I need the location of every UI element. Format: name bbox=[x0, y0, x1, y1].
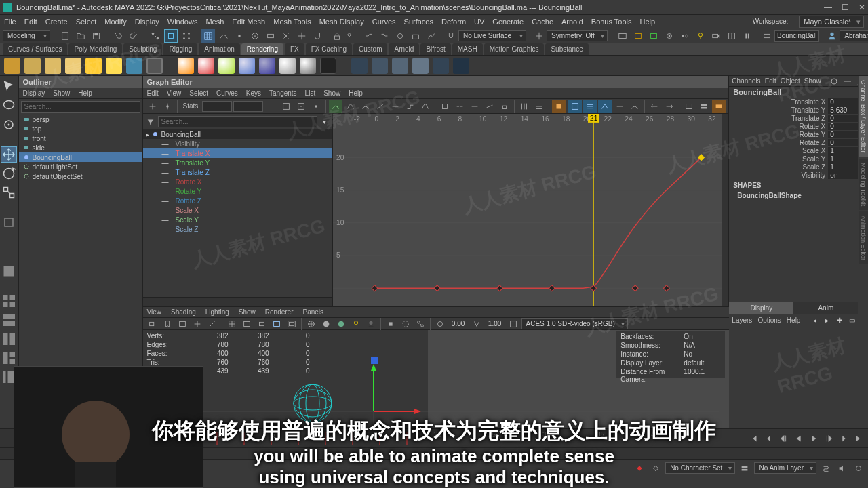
shelf-icon-ramp[interactable] bbox=[300, 58, 316, 74]
ge-open-trax-icon[interactable] bbox=[697, 100, 711, 113]
ge-clamped-icon[interactable] bbox=[359, 100, 372, 113]
ge-right-scrollbar[interactable] bbox=[722, 114, 728, 306]
outliner-item-top[interactable]: top bbox=[19, 124, 142, 134]
cb-rotate-z[interactable]: Rotate Z0 bbox=[729, 138, 858, 146]
display-layers-list[interactable] bbox=[729, 325, 858, 428]
shelf-icon-render4[interactable] bbox=[412, 58, 429, 74]
cb-scale-y[interactable]: Scale Y1 bbox=[729, 155, 858, 163]
ge-break-tangent-icon[interactable] bbox=[453, 100, 467, 113]
cb-menu-object[interactable]: Object bbox=[781, 77, 800, 85]
ge-channel-rx[interactable]: —Rotate X bbox=[143, 177, 332, 186]
ge-menu-keys[interactable]: Keys bbox=[246, 89, 261, 97]
ge-menu-tangents[interactable]: Tangents bbox=[269, 89, 297, 97]
cb-object-name[interactable]: BouncingBall bbox=[729, 87, 858, 98]
symmetry-icon[interactable] bbox=[534, 29, 544, 43]
ge-channel-sy[interactable]: —Scale Y bbox=[143, 215, 332, 224]
select-by-component-icon[interactable] bbox=[180, 29, 193, 43]
pause-icon[interactable] bbox=[741, 29, 754, 43]
ge-stat-frame[interactable] bbox=[202, 101, 232, 112]
sound-icon[interactable] bbox=[835, 462, 849, 475]
cb-translate-z[interactable]: Translate Z0 bbox=[729, 114, 858, 122]
anim-layer-icon[interactable] bbox=[738, 462, 751, 475]
shelf-tab-substance[interactable]: Substance bbox=[545, 43, 588, 55]
shelf-tab-rendering[interactable]: Rendering bbox=[241, 43, 283, 55]
ge-menu-select[interactable]: Select bbox=[189, 89, 208, 97]
outliner-item-persp[interactable]: persp bbox=[19, 115, 142, 124]
vp-lights-icon[interactable] bbox=[349, 317, 363, 331]
ge-normalized-view-icon[interactable] bbox=[598, 100, 612, 113]
menu-file[interactable]: File bbox=[4, 18, 16, 26]
ge-tree-filter-icon[interactable] bbox=[145, 117, 156, 127]
ge-menu-show[interactable]: Show bbox=[323, 89, 340, 97]
live-surface-dropdown[interactable]: No Live Surface bbox=[458, 30, 526, 41]
minimize-button[interactable]: — bbox=[824, 3, 832, 12]
vp-colorspace-dropdown[interactable]: ACES 1.0 SDR-video (sRGB) bbox=[521, 318, 628, 329]
render-settings-icon[interactable] bbox=[663, 29, 676, 43]
bake-icon[interactable] bbox=[409, 29, 422, 43]
lock-icon[interactable] bbox=[332, 29, 342, 43]
cb-scale-x[interactable]: Scale X1 bbox=[729, 146, 858, 155]
shelf-tab-sculpt[interactable]: Sculpting bbox=[123, 43, 162, 55]
cb-sync-icon[interactable] bbox=[829, 77, 839, 86]
viewport-body[interactable]: Verts:3823820 Edges:7807800 Faces:400400… bbox=[143, 330, 730, 428]
hypershade-icon[interactable] bbox=[678, 29, 692, 43]
shelf-tab-poly[interactable]: Poly Modeling bbox=[68, 43, 122, 55]
snap-viewplane-icon[interactable] bbox=[264, 29, 277, 43]
snap-curve-icon[interactable] bbox=[217, 29, 231, 43]
menu-modify[interactable]: Modify bbox=[104, 18, 126, 26]
vp-menu-panels[interactable]: Panels bbox=[303, 308, 324, 316]
graph-materials-icon[interactable] bbox=[393, 29, 407, 43]
vtab-channel-box[interactable]: Channel Box / Layer Editor bbox=[859, 76, 868, 157]
vp-grease-icon[interactable] bbox=[205, 317, 219, 331]
vp-menu-view[interactable]: View bbox=[147, 308, 162, 316]
vp-image-plane-icon[interactable] bbox=[176, 317, 189, 331]
move-tool[interactable] bbox=[1, 146, 17, 163]
snap-magnet-icon[interactable] bbox=[311, 29, 324, 43]
ge-menu-edit[interactable]: Edit bbox=[147, 89, 159, 97]
shelf-tab-mograph[interactable]: Motion Graphics bbox=[484, 43, 545, 55]
ge-free-tangent-icon[interactable] bbox=[483, 100, 496, 113]
menu-select[interactable]: Select bbox=[76, 18, 97, 26]
ge-autotangent-icon[interactable] bbox=[329, 100, 342, 113]
vp-resolution-icon[interactable] bbox=[270, 317, 283, 331]
shelf-tab-curves[interactable]: Curves / Surfaces bbox=[3, 43, 67, 55]
shelf-tab-arnold[interactable]: Arnold bbox=[389, 43, 419, 55]
ge-move-key-icon[interactable] bbox=[146, 100, 159, 113]
dp-move-down-icon[interactable]: ▸ bbox=[824, 315, 831, 325]
ge-post-infinity-icon[interactable] bbox=[663, 100, 676, 113]
ge-absolute-view-icon[interactable] bbox=[568, 100, 582, 113]
magnet-live-icon[interactable] bbox=[446, 29, 456, 43]
vtab-attribute-editor[interactable]: Animation Editor bbox=[859, 211, 868, 264]
ge-renorm-icon[interactable] bbox=[613, 100, 627, 113]
menu-edit[interactable]: Edit bbox=[24, 18, 37, 26]
select-by-name-icon[interactable] bbox=[762, 29, 772, 43]
playback-prefs-icon[interactable] bbox=[852, 462, 865, 475]
ge-curve-toggle-icon[interactable] bbox=[628, 100, 642, 113]
vp-xray-joint-icon[interactable] bbox=[414, 317, 427, 331]
shelf-icon-light6[interactable] bbox=[106, 58, 122, 74]
shelf-tab-fxcaching[interactable]: FX Caching bbox=[306, 43, 352, 55]
menu-display[interactable]: Display bbox=[135, 18, 159, 26]
ge-search-options-icon[interactable]: ▾ bbox=[319, 117, 330, 127]
vp-shadows-icon[interactable] bbox=[364, 317, 378, 331]
vtab-modeling-toolkit[interactable]: Modeling Toolkit bbox=[859, 159, 868, 210]
shelf-icon-light2[interactable] bbox=[24, 58, 41, 74]
single-pane-icon[interactable] bbox=[1, 263, 17, 279]
shelf-icon-render3[interactable] bbox=[392, 58, 408, 74]
ge-stat-value[interactable] bbox=[233, 101, 263, 112]
menu-mesh[interactable]: Mesh bbox=[205, 18, 224, 26]
ge-plateau-icon[interactable] bbox=[418, 100, 432, 113]
vp-bookmark-icon[interactable] bbox=[161, 317, 174, 331]
outliner-item-side[interactable]: side bbox=[19, 143, 142, 152]
vp-isolate-icon[interactable] bbox=[384, 317, 397, 331]
menu-cache[interactable]: Cache bbox=[532, 18, 553, 26]
shelf-tab-fx[interactable]: FX bbox=[285, 43, 304, 55]
shelf-icon-aniso[interactable] bbox=[279, 58, 296, 74]
dp-tab-anim[interactable]: Anim bbox=[793, 302, 858, 314]
shelf-icon-lambert[interactable] bbox=[218, 58, 235, 74]
cb-translate-y[interactable]: Translate Y5.639 bbox=[729, 106, 858, 114]
ge-pre-infinity-icon[interactable] bbox=[648, 100, 661, 113]
new-scene-icon[interactable] bbox=[58, 29, 72, 43]
shelf-tab-animation[interactable]: Animation bbox=[199, 43, 239, 55]
ge-step-icon[interactable] bbox=[403, 100, 417, 113]
